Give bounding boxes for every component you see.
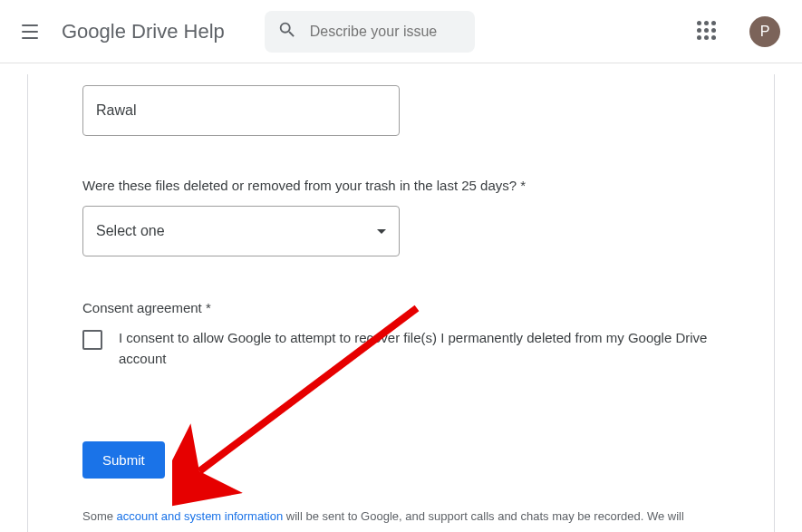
header-bar: Google Drive Help P [0, 0, 802, 63]
deletion-question-label: Were these files deleted or removed from… [82, 178, 720, 193]
search-box[interactable] [265, 11, 476, 53]
footnote: Some account and system information will… [82, 509, 720, 523]
avatar[interactable]: P [749, 16, 780, 47]
form-card: Were these files deleted or removed from… [27, 74, 775, 532]
content-area: Were these files deleted or removed from… [0, 63, 802, 532]
consent-checkbox[interactable] [82, 330, 102, 350]
search-input[interactable] [310, 24, 463, 40]
footnote-prefix: Some [82, 509, 117, 523]
select-value: Select one [96, 223, 165, 239]
consent-text: I consent to allow Google to attempt to … [119, 328, 720, 369]
submit-button[interactable]: Submit [82, 441, 165, 479]
apps-grid-icon[interactable] [697, 21, 719, 43]
deletion-select[interactable]: Select one [82, 206, 400, 256]
consent-row: I consent to allow Google to attempt to … [82, 328, 720, 369]
name-field[interactable] [82, 85, 400, 136]
menu-icon[interactable] [22, 21, 43, 43]
footnote-link[interactable]: account and system information [117, 509, 284, 523]
footnote-suffix: will be sent to Google, and support call… [283, 509, 684, 523]
search-icon [277, 20, 297, 44]
app-title: Google Drive Help [62, 20, 225, 44]
chevron-down-icon [377, 229, 386, 234]
consent-heading: Consent agreement * [82, 300, 720, 315]
